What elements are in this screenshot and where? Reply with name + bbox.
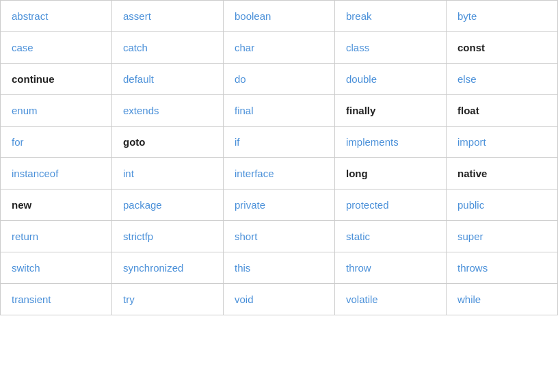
table-cell: return (1, 221, 112, 252)
table-cell: long (335, 158, 447, 190)
keyword-label: byte (457, 10, 477, 22)
keyword-label: catch (123, 42, 148, 53)
keyword-label: public (457, 199, 484, 211)
table-row: returnstrictfpshortstaticsuper (1, 221, 558, 252)
keyword-label: try (123, 293, 135, 305)
keyword-label: import (457, 136, 486, 148)
keyword-label: finally (346, 105, 375, 116)
table-cell: extends (112, 95, 224, 127)
table-cell: case (1, 32, 112, 64)
table-cell: synchronized (112, 252, 224, 284)
table-cell: volatile (335, 284, 447, 315)
keywords-table: abstractassertbooleanbreakbytecasecatchc… (0, 0, 558, 315)
table-cell: native (447, 158, 558, 190)
keyword-label: protected (346, 199, 389, 211)
table-row: instanceofintinterfacelongnative (1, 158, 558, 190)
table-cell: abstract (1, 1, 112, 32)
table-cell: byte (447, 1, 558, 32)
keyword-label: char (235, 42, 254, 53)
keyword-label: continue (12, 73, 55, 85)
keyword-label: implements (346, 136, 399, 148)
keyword-label: static (346, 231, 370, 242)
table-cell: package (112, 190, 224, 221)
table-row: abstractassertbooleanbreakbyte (1, 1, 558, 32)
keyword-label: float (457, 105, 479, 116)
keyword-label: goto (123, 136, 145, 148)
keyword-label: double (346, 73, 377, 85)
keyword-label: transient (12, 293, 51, 305)
table-cell: continue (1, 64, 112, 95)
table-cell: while (447, 284, 558, 315)
keyword-label: this (235, 262, 250, 274)
table-cell: float (447, 95, 558, 127)
table-cell: private (224, 190, 335, 221)
keyword-label: else (457, 73, 477, 85)
keyword-label: interface (235, 168, 274, 179)
keyword-label: enum (12, 105, 38, 116)
table-cell: transient (1, 284, 112, 315)
table-cell: assert (112, 1, 224, 32)
table-cell: throw (335, 252, 447, 284)
table-row: switchsynchronizedthisthrowthrows (1, 252, 558, 284)
keyword-label: throws (457, 262, 488, 274)
table-cell: static (335, 221, 447, 252)
table-cell: try (112, 284, 224, 315)
keyword-label: while (457, 293, 481, 305)
keyword-label: instanceof (12, 168, 58, 179)
table-cell: double (335, 64, 447, 95)
keyword-label: boolean (235, 10, 271, 22)
table-cell: throws (447, 252, 558, 284)
table-cell: strictfp (112, 221, 224, 252)
keyword-label: long (346, 168, 368, 179)
table-cell: if (224, 127, 335, 158)
keyword-label: synchronized (123, 262, 183, 274)
keyword-label: if (235, 136, 240, 148)
keyword-label: default (123, 73, 154, 85)
table-cell: short (224, 221, 335, 252)
table-cell: default (112, 64, 224, 95)
keyword-label: assert (123, 10, 151, 22)
table-cell: catch (112, 32, 224, 64)
keyword-label: throw (346, 262, 371, 274)
keyword-label: break (346, 10, 372, 22)
table-row: transienttryvoidvolatilewhile (1, 284, 558, 315)
table-cell: do (224, 64, 335, 95)
keyword-label: return (12, 231, 38, 242)
keyword-label: native (457, 168, 487, 179)
keyword-label: final (235, 105, 254, 116)
keyword-label: super (457, 231, 483, 242)
table-cell: int (112, 158, 224, 190)
keyword-label: private (235, 199, 265, 211)
table-row: forgotoifimplementsimport (1, 127, 558, 158)
keyword-label: package (123, 199, 162, 211)
table-cell: interface (224, 158, 335, 190)
table-cell: char (224, 32, 335, 64)
table-row: casecatchcharclassconst (1, 32, 558, 64)
keyword-label: strictfp (123, 231, 153, 242)
keyword-label: switch (12, 262, 40, 274)
keyword-label: volatile (346, 293, 378, 305)
table-row: continuedefaultdodoubleelse (1, 64, 558, 95)
table-cell: final (224, 95, 335, 127)
table-cell: finally (335, 95, 447, 127)
table-cell: enum (1, 95, 112, 127)
keyword-label: case (12, 42, 34, 53)
table-cell: super (447, 221, 558, 252)
keyword-label: short (235, 231, 257, 242)
keyword-label: for (12, 136, 24, 148)
table-cell: goto (112, 127, 224, 158)
table-cell: switch (1, 252, 112, 284)
table-cell: break (335, 1, 447, 32)
table-cell: import (447, 127, 558, 158)
table-cell: class (335, 32, 447, 64)
table-cell: instanceof (1, 158, 112, 190)
keyword-label: extends (123, 105, 159, 116)
table-cell: void (224, 284, 335, 315)
keyword-label: do (235, 73, 246, 85)
keyword-label: new (12, 199, 31, 211)
table-cell: for (1, 127, 112, 158)
keyword-label: int (123, 168, 134, 179)
table-cell: boolean (224, 1, 335, 32)
keyword-label: const (457, 42, 485, 53)
table-cell: implements (335, 127, 447, 158)
